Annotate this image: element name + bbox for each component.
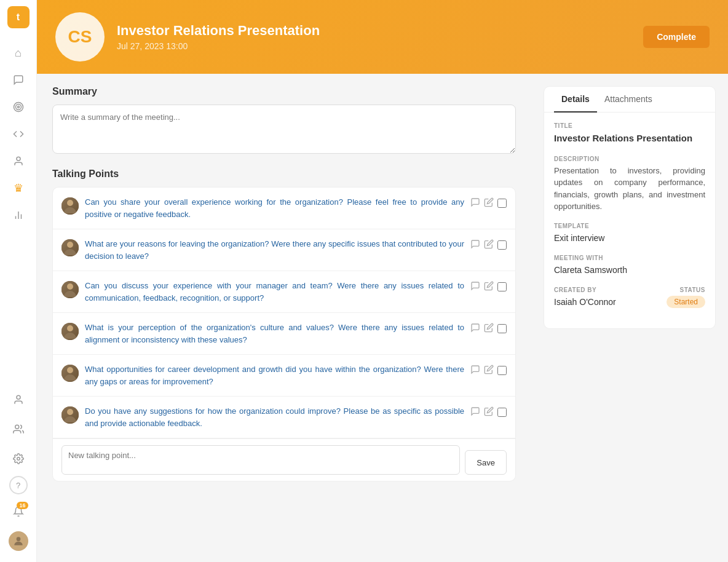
right-panel: Details Attachments TITLE Investor Relat… [531, 74, 728, 562]
header-avatar: CS [55, 12, 105, 61]
save-talking-point-button[interactable]: Save [465, 450, 507, 475]
sidebar-item-help[interactable]: ? [9, 476, 28, 494]
talking-point-item: What is your perception of the organizat… [53, 313, 515, 355]
tp-edit-icon[interactable] [484, 239, 494, 251]
app-logo[interactable]: t [7, 6, 30, 28]
svg-point-13 [67, 283, 73, 290]
sidebar-item-crown[interactable]: ♛ [6, 176, 31, 200]
meeting-header: CS Investor Relations Presentation Jul 2… [37, 0, 728, 74]
svg-point-15 [67, 367, 73, 373]
title-value: Investor Relations Presentation [554, 132, 705, 146]
tp-avatar [61, 197, 79, 215]
svg-point-8 [15, 425, 18, 429]
tp-text: Can you discuss your experience with you… [85, 280, 464, 304]
details-body: TITLE Investor Relations Presentation DE… [544, 113, 715, 328]
tp-edit-icon[interactable] [484, 281, 494, 293]
svg-point-3 [17, 157, 20, 160]
complete-button[interactable]: Complete [643, 26, 710, 48]
meeting-with-value: Clareta Samsworth [554, 264, 705, 277]
detail-meeting-with-section: MEETING WITH Clareta Samsworth [554, 255, 705, 277]
sidebar: t ⌂ ♛ ? 16 ★ [0, 0, 37, 562]
tp-text: What is your perception of the organizat… [85, 322, 464, 346]
tp-comment-icon[interactable] [470, 239, 480, 251]
tp-checkbox[interactable] [497, 282, 507, 291]
summary-textarea[interactable] [52, 105, 516, 154]
tp-comment-icon[interactable] [470, 281, 480, 293]
created-by-col: CREATED BY Isaiah O'Connor [554, 287, 616, 309]
created-status-row: CREATED BY Isaiah O'Connor STATUS Starte… [554, 287, 705, 309]
tp-checkbox[interactable] [497, 199, 507, 208]
tp-checkbox[interactable] [497, 408, 507, 417]
tab-details[interactable]: Details [554, 87, 597, 113]
sidebar-item-person[interactable] [6, 149, 31, 173]
user-avatar[interactable]: ★ [6, 529, 31, 553]
tp-text: What are your reasons for leaving the or… [85, 238, 464, 262]
detail-template-section: TEMPLATE Exit interview [554, 223, 705, 245]
talking-points-container: Can you share your overall experience wo… [52, 187, 516, 481]
talking-points-title: Talking Points [52, 168, 516, 180]
talking-point-item: Can you discuss your experience with you… [53, 271, 515, 313]
new-talking-point-input[interactable] [61, 445, 460, 475]
svg-point-2 [17, 106, 19, 108]
sidebar-item-home[interactable]: ⌂ [6, 41, 31, 65]
svg-point-12 [67, 242, 73, 248]
tp-edit-icon[interactable] [484, 365, 494, 376]
tp-comment-icon[interactable] [470, 406, 480, 418]
meeting-with-label: MEETING WITH [554, 255, 705, 261]
tp-avatar [61, 281, 79, 298]
talking-point-item: Can you share your overall experience wo… [53, 188, 515, 229]
template-value: Exit interview [554, 232, 705, 245]
svg-point-7 [17, 395, 20, 399]
sidebar-item-code[interactable] [6, 122, 31, 146]
talking-point-item: What are your reasons for leaving the or… [53, 229, 515, 271]
tp-comment-icon[interactable] [470, 197, 480, 209]
sidebar-item-chat[interactable] [6, 68, 31, 92]
svg-point-10 [16, 537, 20, 541]
tp-avatar [61, 323, 79, 340]
header-info: Investor Relations Presentation Jul 27, … [117, 23, 631, 51]
sidebar-item-user[interactable] [6, 387, 31, 412]
sidebar-item-settings[interactable] [6, 446, 31, 471]
content-area: Summary Talking Points Can you share you… [37, 74, 728, 562]
new-talking-point-area: Save [53, 438, 515, 481]
tp-checkbox[interactable] [497, 240, 507, 250]
created-by-value: Isaiah O'Connor [554, 296, 616, 309]
tab-attachments[interactable]: Attachments [597, 87, 660, 113]
tp-checkbox[interactable] [497, 366, 507, 375]
tp-checkbox[interactable] [497, 324, 507, 333]
tp-avatar [61, 239, 79, 256]
sidebar-item-chart[interactable] [6, 203, 31, 228]
tp-text: What opportunities for career developmen… [85, 363, 464, 387]
notification-count: 16 [17, 502, 28, 509]
svg-point-14 [67, 325, 73, 331]
tp-edit-icon[interactable] [484, 323, 494, 334]
tp-comment-icon[interactable] [470, 365, 480, 376]
svg-point-9 [17, 457, 20, 461]
tp-actions [470, 323, 507, 334]
svg-point-16 [67, 409, 73, 415]
left-panel: Summary Talking Points Can you share you… [37, 74, 531, 562]
tp-edit-icon[interactable] [484, 406, 494, 418]
summary-section-title: Summary [52, 86, 516, 97]
tp-actions [470, 197, 507, 209]
sidebar-item-bell[interactable]: 16 [6, 499, 31, 524]
talking-point-item: Do you have any suggestions for how the … [53, 397, 515, 438]
status-badge: Started [667, 296, 705, 308]
detail-created-section: CREATED BY Isaiah O'Connor STATUS Starte… [554, 287, 705, 309]
description-label: DESCRIPTION [554, 156, 705, 162]
sidebar-item-target[interactable] [6, 95, 31, 119]
tp-actions [470, 406, 507, 418]
svg-point-11 [67, 200, 73, 206]
status-label: STATUS [667, 287, 705, 293]
created-by-label: CREATED BY [554, 287, 616, 293]
title-label: TITLE [554, 122, 705, 129]
avatar-star-icon: ★ [24, 545, 28, 551]
tp-comment-icon[interactable] [470, 323, 480, 334]
tp-text: Can you share your overall experience wo… [85, 196, 464, 220]
details-tabs: Details Attachments [544, 87, 715, 113]
sidebar-item-group[interactable] [6, 417, 31, 441]
tp-edit-icon[interactable] [484, 197, 494, 209]
tp-actions [470, 365, 507, 376]
svg-point-1 [15, 105, 21, 110]
talking-point-item: What opportunities for career developmen… [53, 355, 515, 397]
